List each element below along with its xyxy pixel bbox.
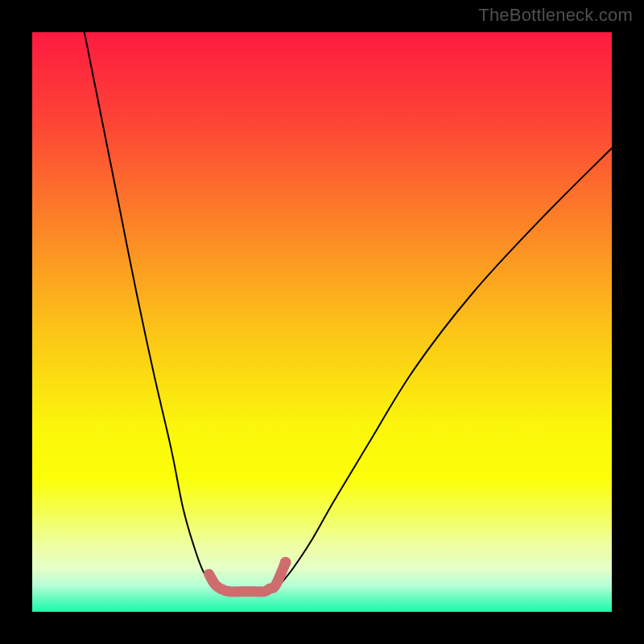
trough-marker <box>209 563 286 592</box>
outer-frame: TheBottleneck.com <box>0 0 644 644</box>
curve-layer <box>32 32 612 612</box>
trough-end-dot <box>280 557 291 568</box>
watermark-text: TheBottleneck.com <box>478 5 633 26</box>
bottleneck-curve-left <box>85 32 235 592</box>
bottleneck-curve-right <box>270 148 612 592</box>
plot-area <box>32 32 612 612</box>
